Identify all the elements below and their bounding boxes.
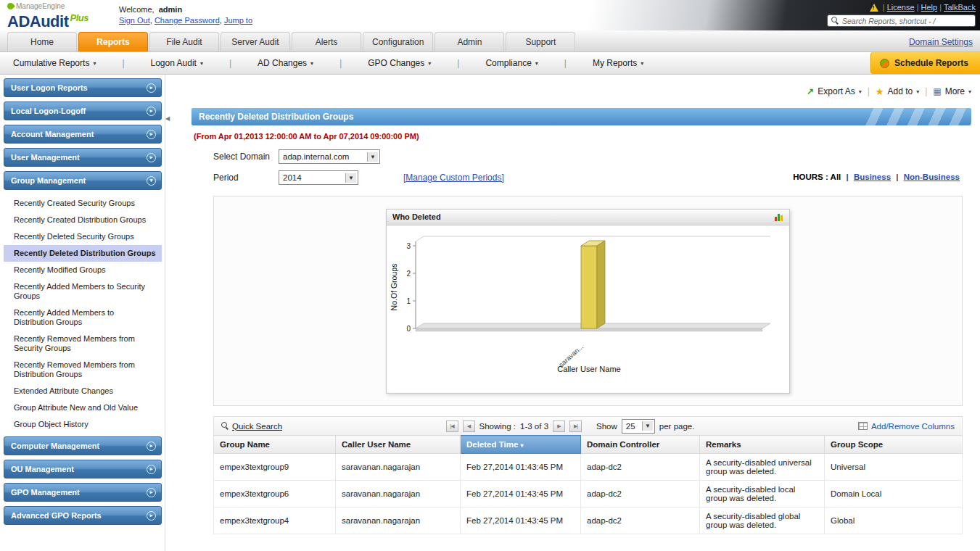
sidebar-section-computer-management[interactable]: Computer Management▸ bbox=[4, 436, 162, 455]
adaudit-logo: ManageEngine ADAuditPlus bbox=[0, 0, 88, 29]
sidebar-section-advanced-gpo-reports[interactable]: Advanced GPO Reports▸ bbox=[4, 506, 162, 525]
manageengine-leaf-icon bbox=[6, 1, 15, 11]
column-header-caller-user-name[interactable]: Caller User Name bbox=[336, 436, 461, 454]
sidebar-item-extended-attribute-changes[interactable]: Extended Attribute Changes bbox=[4, 383, 162, 399]
username: admin bbox=[159, 5, 182, 14]
sidebar-item-recently-removed-members-from-distribution-groups[interactable]: Recently Removed Members from Distributi… bbox=[4, 357, 162, 383]
domain-select-value: adap.internal.com bbox=[283, 152, 349, 161]
quick-search-link[interactable]: Quick Search bbox=[232, 422, 282, 431]
sidebar-item-recently-deleted-distribution-groups[interactable]: Recently Deleted Distribution Groups bbox=[4, 245, 162, 262]
subnav-item-logon-audit[interactable]: Logon Audit▾ bbox=[151, 58, 203, 68]
cell-deleted-time: Feb 27,2014 01:43:45 PM bbox=[461, 508, 581, 534]
session-link-jump-to[interactable]: Jump to bbox=[224, 16, 252, 25]
sidebar-item-recently-removed-members-from-security-groups[interactable]: Recently Removed Members from Security G… bbox=[4, 331, 162, 357]
tab-support[interactable]: Support bbox=[506, 32, 575, 51]
showing-label: Showing : bbox=[479, 422, 516, 431]
hours-nonbusiness-link[interactable]: Non-Business bbox=[904, 173, 960, 181]
separator: | bbox=[229, 58, 231, 68]
page-size-select[interactable]: 25 ▼ bbox=[622, 419, 655, 434]
domain-select[interactable]: adap.internal.com ▼ bbox=[279, 149, 380, 164]
tab-reports[interactable]: Reports bbox=[78, 32, 148, 51]
sidebar-section-label: Local Logon-Logoff bbox=[11, 107, 86, 115]
previous-page-button[interactable]: ◀ bbox=[463, 420, 475, 432]
header-search[interactable] bbox=[827, 14, 976, 27]
separator: | bbox=[846, 173, 848, 181]
subnav-item-gpo-changes[interactable]: GPO Changes▾ bbox=[368, 58, 431, 68]
sidebar-item-recently-deleted-security-groups[interactable]: Recently Deleted Security Groups bbox=[4, 228, 162, 245]
table-row[interactable]: empex3textgroup6saravanan.nagarajanFeb 2… bbox=[214, 481, 963, 508]
sidebar-collapse-column: ◀ bbox=[165, 75, 176, 551]
warning-icon[interactable] bbox=[870, 4, 878, 12]
add-to-button[interactable]: ★ Add to ▾ bbox=[876, 86, 919, 97]
export-as-button[interactable]: ↗ Export As ▾ bbox=[807, 86, 861, 96]
cell-caller-user-name: saravanan.nagarajan bbox=[336, 508, 461, 534]
main-tabbar: HomeReportsFile AuditServer AuditAlertsC… bbox=[0, 30, 980, 52]
sidebar-collapse-icon[interactable]: ◀ bbox=[165, 115, 170, 122]
hours-all[interactable]: All bbox=[831, 173, 841, 181]
sidebar-section-gpo-management[interactable]: GPO Management▸ bbox=[4, 483, 162, 502]
domain-settings-link[interactable]: Domain Settings bbox=[909, 37, 973, 47]
schedule-reports-label: Schedule Reports bbox=[894, 58, 968, 68]
column-header-group-scope[interactable]: Group Scope bbox=[825, 436, 963, 454]
showing-range: 1-3 of 3 bbox=[520, 422, 548, 431]
tab-file-audit[interactable]: File Audit bbox=[149, 32, 219, 51]
tab-configuration[interactable]: Configuration bbox=[363, 32, 433, 51]
sidebar-item-recently-added-members-to-distribution-groups[interactable]: Recently Added Members to Distribution G… bbox=[4, 304, 162, 331]
bar-chart-icon[interactable] bbox=[775, 212, 783, 221]
session-link-sign-out[interactable]: Sign Out bbox=[119, 16, 150, 25]
column-header-domain-controller[interactable]: Domain Controller bbox=[581, 436, 700, 454]
chevron-down-icon: ▼ bbox=[367, 152, 378, 162]
sidebar-item-group-attribute-new-and-old-value[interactable]: Group Attribute New and Old Value bbox=[4, 399, 162, 416]
first-page-button[interactable]: |◀ bbox=[446, 420, 458, 432]
separator: | bbox=[937, 3, 944, 12]
sidebar-item-recently-added-members-to-security-groups[interactable]: Recently Added Members to Security Group… bbox=[4, 278, 162, 304]
results-table-header-row: Group NameCaller User NameDeleted Time▾D… bbox=[214, 436, 963, 454]
column-header-group-name[interactable]: Group Name bbox=[214, 436, 336, 454]
sidebar-item-group-object-history[interactable]: Group Object History bbox=[4, 416, 162, 433]
utility-link-help[interactable]: Help bbox=[921, 3, 938, 12]
sidebar-section-group-management[interactable]: Group Management▾ bbox=[4, 171, 162, 190]
sidebar-item-recently-created-security-groups[interactable]: Recently Created Security Groups bbox=[4, 195, 162, 212]
who-deleted-panel: Who Deleted 0123No.Of Groupssaravan...Ca… bbox=[386, 209, 790, 394]
sidebar-section-label: OU Management bbox=[11, 465, 74, 473]
sidebar-section-user-logon-reports[interactable]: User Logon Reports▸ bbox=[4, 78, 162, 97]
next-page-icon: ▶ bbox=[557, 423, 560, 429]
column-header-remarks[interactable]: Remarks bbox=[700, 436, 825, 454]
table-row[interactable]: empex3textgroup4saravanan.nagarajanFeb 2… bbox=[214, 508, 963, 534]
add-remove-columns-link[interactable]: Add/Remove Columns bbox=[871, 422, 955, 431]
table-row[interactable]: empex3textgroup9saravanan.nagarajanFeb 2… bbox=[214, 454, 963, 481]
sidebar-section-account-management[interactable]: Account Management▸ bbox=[4, 125, 162, 144]
period-select[interactable]: 2014 ▼ bbox=[279, 170, 358, 185]
next-page-button[interactable]: ▶ bbox=[553, 420, 565, 432]
subnav-item-my-reports[interactable]: My Reports▾ bbox=[593, 58, 643, 68]
chevron-right-icon: ▸ bbox=[147, 465, 156, 474]
first-page-icon: |◀ bbox=[450, 423, 453, 429]
sidebar-section-local-logon-logoff[interactable]: Local Logon-Logoff▸ bbox=[4, 102, 162, 120]
tab-server-audit[interactable]: Server Audit bbox=[221, 32, 290, 51]
tab-alerts[interactable]: Alerts bbox=[292, 32, 361, 51]
subnav-item-cumulative-reports[interactable]: Cumulative Reports▾ bbox=[13, 58, 96, 68]
svg-text:Caller User Name: Caller User Name bbox=[557, 365, 620, 373]
utility-link-license[interactable]: License bbox=[887, 3, 915, 12]
sidebar-section-ou-management[interactable]: OU Management▸ bbox=[4, 460, 162, 478]
chevron-down-icon: ▼ bbox=[345, 173, 356, 183]
schedule-reports-button[interactable]: Schedule Reports bbox=[870, 52, 980, 74]
previous-page-icon: ◀ bbox=[467, 423, 470, 429]
hours-business-link[interactable]: Business bbox=[854, 173, 891, 181]
subnav-item-compliance[interactable]: Compliance▾ bbox=[485, 58, 538, 68]
tab-admin[interactable]: Admin bbox=[435, 32, 504, 51]
more-button[interactable]: ▦ More ▾ bbox=[933, 86, 971, 96]
sidebar-item-recently-created-distribution-groups[interactable]: Recently Created Distribution Groups bbox=[4, 212, 162, 228]
last-page-button[interactable]: ▶| bbox=[569, 420, 582, 432]
tab-home[interactable]: Home bbox=[7, 32, 77, 51]
manage-custom-periods-link[interactable]: [Manage Custom Periods] bbox=[403, 173, 504, 183]
subnav-item-ad-changes[interactable]: AD Changes▾ bbox=[258, 58, 313, 68]
session-link-change-password[interactable]: Change Password bbox=[155, 16, 220, 25]
column-header-deleted-time[interactable]: Deleted Time▾ bbox=[461, 436, 581, 454]
utility-link-talkback[interactable]: TalkBack bbox=[944, 3, 976, 12]
sidebar-section-label: GPO Management bbox=[11, 488, 80, 497]
search-input[interactable] bbox=[842, 17, 971, 25]
sidebar-item-recently-modified-groups[interactable]: Recently Modified Groups bbox=[4, 262, 162, 278]
sidebar-section-user-management[interactable]: User Management▸ bbox=[4, 148, 162, 167]
chevron-right-icon: ▸ bbox=[147, 442, 156, 451]
